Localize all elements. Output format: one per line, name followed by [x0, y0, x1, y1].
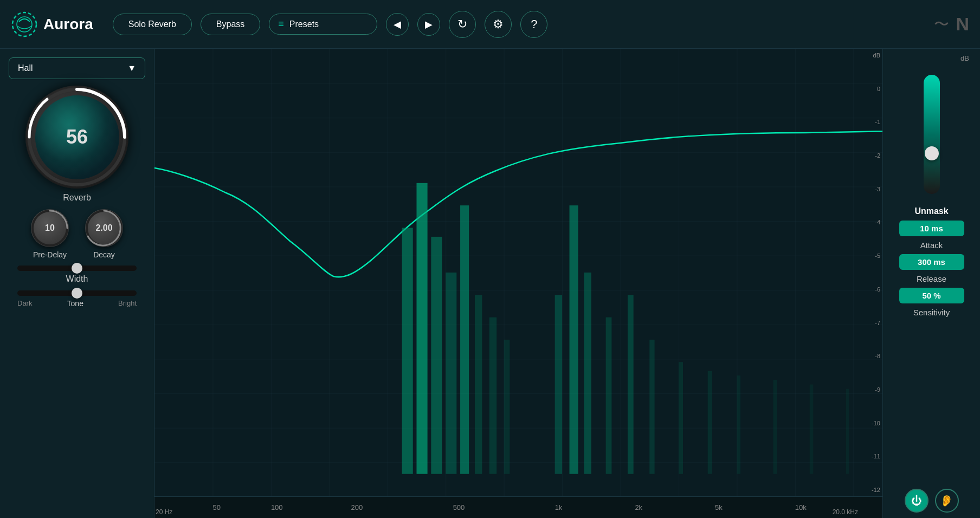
freq-1k: 1k [555, 503, 563, 511]
main-layout: Hall ▼ 56 Reverb [0, 49, 980, 518]
svg-rect-17 [555, 295, 562, 474]
freq-2k: 2k [635, 503, 642, 511]
decay-label: Decay [93, 250, 115, 259]
svg-rect-11 [431, 237, 442, 474]
vertical-slider-track[interactable] [924, 75, 940, 194]
svg-rect-16 [504, 340, 510, 474]
bottom-icons: ⏻ 👂 [905, 489, 959, 513]
release-value-box[interactable]: 300 ms [899, 254, 964, 270]
db-1: -1 [864, 119, 880, 125]
hz-right: 20.0 kHz [833, 508, 858, 516]
decay-knob[interactable]: 2.00 [85, 209, 123, 247]
db-title: dB [864, 52, 880, 59]
tone-slider-track[interactable] [17, 290, 137, 296]
reverb-value: 56 [66, 126, 88, 148]
vertical-slider-container [924, 67, 940, 202]
width-slider-track[interactable] [17, 266, 137, 271]
unmask-label: Unmask [914, 206, 948, 216]
preset-prev-button[interactable]: ◀ [386, 13, 409, 36]
freq-100: 100 [271, 503, 283, 511]
left-panel: Hall ▼ 56 Reverb [0, 49, 154, 518]
hall-select[interactable]: Hall ▼ [9, 57, 145, 79]
gear-icon: ⚙ [493, 17, 504, 31]
svg-point-0 [12, 12, 36, 36]
ear-button[interactable]: 👂 [935, 489, 959, 513]
freq-50: 50 [212, 503, 220, 511]
tone-slider-container: Dark Tone Bright [9, 290, 145, 308]
preset-next-button[interactable]: ▶ [417, 13, 440, 36]
logo-area: Aurora [11, 11, 93, 38]
db-2: -2 [864, 152, 880, 159]
wave-icon: 〜 [934, 14, 949, 35]
reverb-knob[interactable]: 56 [25, 86, 128, 189]
reverb-knob-container: 56 Reverb [25, 86, 128, 203]
power-button[interactable]: ⏻ [905, 489, 929, 513]
dark-label: Dark [17, 299, 32, 308]
ear-icon: 👂 [940, 494, 953, 507]
eq-display: dB 0 -1 -2 -3 -4 -5 -6 -7 -8 -9 -10 -11 … [154, 49, 882, 496]
vertical-slider-thumb[interactable] [925, 146, 939, 160]
sensitivity-label: Sensitivity [913, 308, 950, 317]
settings-button[interactable]: ⚙ [485, 11, 512, 38]
svg-rect-14 [475, 295, 482, 474]
attack-value-box[interactable]: 10 ms [899, 221, 964, 236]
reverb-label: Reverb [63, 193, 91, 203]
tone-slider-thumb[interactable] [72, 288, 82, 299]
db-4: -4 [864, 219, 880, 225]
loop-button[interactable]: ↻ [449, 11, 476, 38]
tone-label: Tone [67, 299, 83, 308]
aurora-logo-icon [11, 11, 38, 38]
freq-5k: 5k [715, 503, 723, 511]
help-button[interactable]: ? [520, 11, 547, 38]
hz-left: 20 Hz [156, 508, 172, 516]
hall-dropdown-arrow: ▼ [127, 63, 136, 73]
attack-label: Attack [920, 241, 943, 250]
freq-bar: 50 100 200 500 1k 2k 5k 10k 20 Hz 20.0 k… [154, 496, 882, 518]
width-slider-container: Width [9, 266, 145, 284]
svg-rect-27 [810, 385, 814, 474]
release-label: Release [917, 274, 946, 283]
eq-svg [154, 49, 882, 496]
svg-rect-20 [606, 318, 612, 474]
app-title: Aurora [43, 16, 93, 33]
svg-rect-25 [737, 375, 740, 474]
width-slider-thumb[interactable] [72, 263, 82, 274]
freq-200: 200 [351, 503, 363, 511]
bright-label: Bright [118, 299, 137, 308]
db-axis: dB 0 -1 -2 -3 -4 -5 -6 -7 -8 -9 -10 -11 … [862, 49, 882, 496]
svg-rect-24 [708, 371, 712, 474]
knob-inner: 56 [35, 95, 119, 179]
pre-delay-label: Pre-Delay [33, 250, 67, 259]
loop-icon: ↻ [457, 17, 467, 31]
right-panel: dB Unmask 10 ms Attack 300 ms Release 50… [882, 49, 980, 518]
presets-area[interactable]: ≡ Presets [269, 14, 377, 35]
presets-label: Presets [289, 20, 368, 29]
help-icon: ? [531, 17, 537, 31]
center-area: dB 0 -1 -2 -3 -4 -5 -6 -7 -8 -9 -10 -11 … [154, 49, 882, 518]
pre-delay-knob[interactable]: 10 [31, 209, 69, 247]
svg-rect-10 [416, 183, 427, 474]
sensitivity-value-box[interactable]: 50 % [899, 288, 964, 303]
svg-rect-19 [584, 273, 591, 474]
svg-rect-15 [489, 318, 497, 474]
db-10: -10 [864, 420, 880, 426]
svg-rect-12 [446, 273, 456, 474]
solo-reverb-button[interactable]: Solo Reverb [113, 14, 192, 35]
power-icon: ⏻ [911, 495, 922, 507]
db-9: -9 [864, 386, 880, 393]
svg-rect-9 [402, 228, 413, 474]
hall-label: Hall [18, 63, 33, 73]
db-12: -12 [864, 487, 880, 493]
db-0: 0 [864, 86, 880, 92]
svg-rect-18 [570, 205, 578, 474]
brand-n-icon: N [956, 14, 969, 35]
freq-10k: 10k [795, 503, 807, 511]
db-5: -5 [864, 252, 880, 259]
svg-rect-22 [649, 340, 654, 474]
bypass-button[interactable]: Bypass [201, 14, 260, 35]
decay-container: 2.00 Decay [85, 209, 123, 259]
decay-arc [85, 209, 123, 247]
header: Aurora Solo Reverb Bypass ≡ Presets ◀ ▶ … [0, 0, 980, 49]
db-7: -7 [864, 320, 880, 326]
db-label: dB [960, 54, 969, 62]
